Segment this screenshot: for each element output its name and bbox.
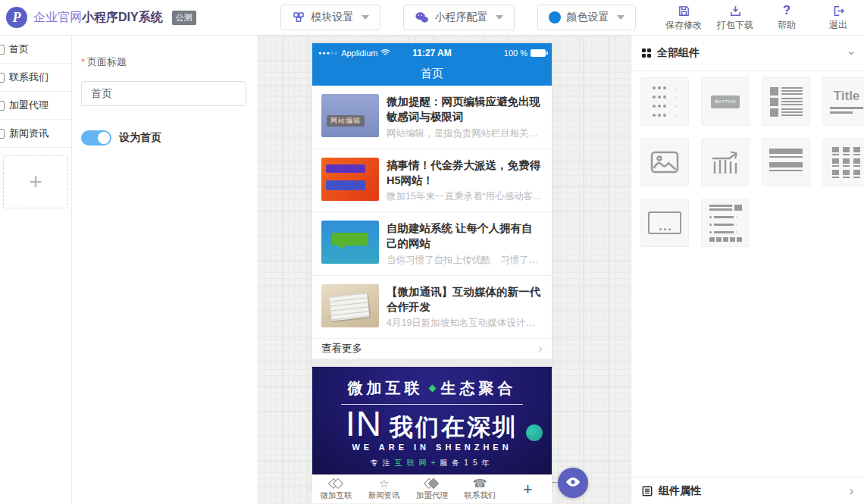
exit-icon [832,4,845,17]
news-text: 自助建站系统 让每个人拥有自己的网站 当你习惯了自拍上传优酷、习惯了写点小... [387,221,543,267]
tab-agency[interactable]: 加盟代理 [408,475,455,503]
exit-label: 退出 [829,19,847,32]
section-gap [312,359,552,367]
page-label: 新闻资讯 [9,127,49,140]
top-toolbar: P 企业官网小程序DIY系统 公测 模块设置 小程序配置 [0,0,864,36]
page-title-input[interactable] [81,81,246,106]
grid-icon [642,49,651,58]
tab-label: 新闻资讯 [368,490,400,501]
brand: P 企业官网小程序DIY系统 公测 [0,7,250,28]
components-header[interactable]: 全部组件 › [631,36,864,71]
tab-label: 微加互联 [321,490,352,501]
design-canvas[interactable]: ●●●○○ Applidium 11:27 AM 100 % 首页 网站编辑 微… [258,36,631,504]
news-title: 微加提醒：网页编辑应避免出现敏感词与极限词 [387,94,543,125]
component-tile-icon-grid[interactable] [822,138,864,186]
color-settings-dropdown[interactable]: 颜色设置 [537,5,636,30]
components-panel: 全部组件 › › › › › BUTTON Title [631,36,864,504]
news-item[interactable]: 搞事情！代金券大派送，免费得H5网站！ 微加15年来一直秉承着“用心感动客户！”… [312,149,552,213]
tab-brand[interactable]: 微加互联 [312,475,360,503]
save-button[interactable]: 保存修改 [665,4,702,32]
component-tile-title[interactable]: Title [822,77,864,126]
download-button[interactable]: 打包下载 [717,4,753,32]
chevron-down-icon: › [844,51,858,55]
component-tile-progress-arrow[interactable] [701,138,750,186]
help-icon: ? [783,4,790,17]
news-summary: 微加15年来一直秉承着“用心感动客户！”的... [387,190,543,203]
phone-preview: ●●●○○ Applidium 11:27 AM 100 % 首页 网站编辑 微… [312,43,552,493]
app-title-light: 企业官网 [33,11,82,23]
chevron-right-icon: › [538,341,543,356]
preview-eye-button[interactable] [558,468,588,498]
component-properties-label: 组件属性 [659,484,701,498]
wechat-icon [415,11,429,24]
promo-banner[interactable]: 微加互联 生态聚合 IN 我们在深圳 WE ARE IN SHENZHEN 专注… [312,367,552,474]
color-settings-label: 颜色设置 [567,11,609,24]
tab-label: 加盟代理 [416,490,448,501]
tab-label: 联系我们 [464,490,496,501]
required-mark: * [81,56,85,67]
component-tile-menu-list[interactable]: › › › › [640,77,689,126]
diamonds-icon [425,477,439,490]
news-item[interactable]: 【微加通讯】互动媒体的新一代合作开发 4月19日新加坡知名互动媒体设计机构Pin… [312,276,552,340]
plus-icon: + [523,484,533,496]
save-icon [678,4,690,17]
component-tile-carousel[interactable] [640,199,689,247]
app-logo-icon: P [6,7,27,28]
news-title: 搞事情！代金券大派送，免费得H5网站！ [387,158,543,189]
components-header-label: 全部组件 [657,46,700,60]
page-title-label: *页面标题 [81,55,247,69]
miniprogram-config-dropdown[interactable]: 小程序配置 [403,5,515,30]
exit-button[interactable]: 退出 [820,4,856,32]
component-tile-rich-list[interactable]: › › › [701,199,750,247]
news-title: 【微加通讯】互动媒体的新一代合作开发 [387,284,543,315]
component-tile-text-bars[interactable] [762,138,810,186]
miniprogram-config-label: 小程序配置 [435,11,488,24]
add-page-button[interactable]: + [3,155,68,208]
banner-line4: 专注互联网+服务15年 [312,458,552,468]
news-summary: 网站编辑，是指负责网站栏目相关内容的... [387,127,543,140]
double-diamond-icon [330,477,343,490]
news-item[interactable]: 自助建站系统 让每个人拥有自己的网站 当你习惯了自拍上传优酷、习惯了写点小... [312,212,552,276]
page-settings-panel: *页面标题 设为首页 [72,36,258,504]
eye-icon [565,477,581,490]
caret-down-icon [362,15,369,20]
color-circle-icon [549,11,561,23]
help-button[interactable]: ? 帮助 [769,4,805,32]
news-thumbnail [321,221,379,264]
phone-statusbar: ●●●○○ Applidium 11:27 AM 100 % [312,43,552,62]
news-title: 自助建站系统 让每个人拥有自己的网站 [387,221,543,252]
phone-tabbar: 微加互联 ☆ 新闻资讯 加盟代理 ☎ 联系我们 + [312,474,552,503]
module-settings-dropdown[interactable]: 模块设置 [280,5,380,30]
banner-line2: IN 我们在深圳 [312,406,552,441]
sidebar-item-news[interactable]: 新闻资讯 [0,120,71,148]
set-home-row: 设为首页 [81,130,247,146]
phone-nav-title: 首页 [312,62,552,86]
phone-icon: ☎ [473,477,487,490]
component-tile-button[interactable]: BUTTON [701,77,750,126]
plus-icon: + [29,169,42,195]
statusbar-right: 100 % [452,49,546,58]
button-shape: BUTTON [711,95,740,108]
beta-badge: 公测 [172,11,196,25]
tab-news[interactable]: ☆ 新闻资讯 [360,475,408,503]
component-tile-image[interactable] [640,138,689,186]
app-title: 企业官网小程序DIY系统 [33,10,163,26]
news-summary: 当你习惯了自拍上传优酷、习惯了写点小... [387,254,543,267]
toolbar-center: 模块设置 小程序配置 颜色设置 [250,5,665,30]
sidebar-item-contact[interactable]: 联系我们 [0,64,71,92]
signal-dots-icon: ●●●○○ [318,50,338,55]
sidebar-item-home[interactable]: 首页 [0,36,71,64]
news-text: 【微加通讯】互动媒体的新一代合作开发 4月19日新加坡知名互动媒体设计机构Pin… [387,284,543,330]
component-properties-bar[interactable]: 组件属性 › [631,477,864,504]
sidebar-item-agency[interactable]: 加盟代理 [0,92,71,120]
components-grid: › › › › BUTTON Title [631,71,864,247]
view-more-row[interactable]: 查看更多 › [312,339,552,359]
tab-add-button[interactable]: + [504,475,552,503]
tab-contact[interactable]: ☎ 联系我们 [456,475,504,503]
component-tile-article-list[interactable] [762,77,810,126]
download-icon [729,4,742,17]
news-item[interactable]: 网站编辑 微加提醒：网页编辑应避免出现敏感词与极限词 网站编辑，是指负责网站栏目… [312,86,552,149]
set-home-toggle[interactable] [81,130,111,146]
page-icon [0,101,5,111]
star-icon: ☆ [379,477,389,490]
